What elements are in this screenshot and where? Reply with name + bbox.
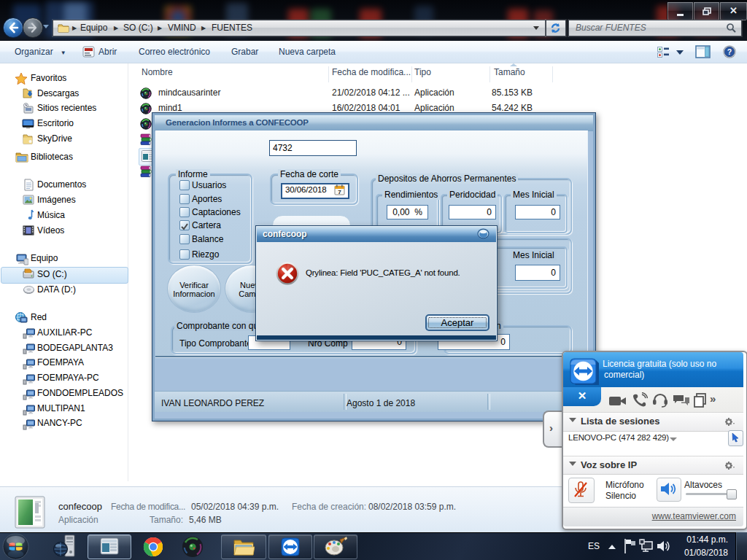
svg-text:7: 7	[338, 189, 341, 195]
svg-text:?: ?	[727, 47, 732, 56]
